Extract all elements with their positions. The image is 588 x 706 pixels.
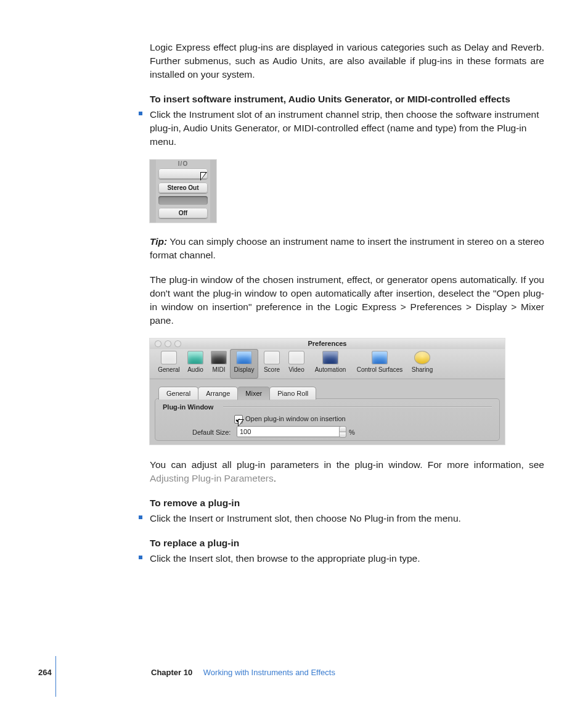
subtab-mixer[interactable]: Mixer	[237, 387, 270, 400]
bullet-text: Click the Insert slot, then browse to th…	[150, 553, 420, 564]
preferences-screenshot: Preferences General Audio MIDI Display S…	[150, 339, 505, 445]
toolbar-control-surfaces[interactable]: Control Surfaces	[353, 351, 406, 374]
intro-paragraph: Logic Express effect plug-ins are displa…	[150, 41, 544, 81]
subtab-piano-roll[interactable]: Piano Roll	[269, 387, 316, 400]
io-gap	[158, 196, 208, 205]
bullet-remove-plugin: Click the Insert or Instrument slot, the…	[150, 512, 544, 525]
tip-label: Tip:	[150, 236, 167, 247]
toolbar-sharing[interactable]: Sharing	[409, 351, 436, 374]
toolbar-score[interactable]: Score	[261, 351, 283, 374]
group-divider	[223, 406, 492, 407]
subtab-arrange[interactable]: Arrange	[198, 387, 238, 400]
plugin-window-paragraph: The plug-in window of the chosen instrum…	[150, 273, 544, 327]
toolbar-video[interactable]: Video	[285, 351, 308, 374]
adjust-params-paragraph: You can adjust all plug-in parameters in…	[150, 458, 544, 485]
prefs-titlebar: Preferences	[150, 339, 505, 350]
prefs-panel: Plug-in Window Open plug-in window on in…	[155, 398, 500, 441]
window-zoom-icon[interactable]	[174, 340, 181, 347]
subtab-general[interactable]: General	[158, 387, 198, 400]
checkbox-label: Open plug-in window on insertion	[245, 414, 346, 424]
page-footer: 264 Chapter 10 Working with Instruments …	[38, 667, 507, 678]
io-header: I/O	[156, 160, 210, 168]
toolbar-display[interactable]: Display	[230, 349, 258, 379]
bullet-text: Click the Instrument slot of an instrume…	[150, 109, 539, 147]
prefs-toolbar: General Audio MIDI Display Score Video A…	[150, 349, 505, 379]
window-close-icon[interactable]	[155, 340, 161, 347]
page-content: Logic Express effect plug-ins are displa…	[150, 41, 544, 577]
heading-insert-instrument: To insert software instrument, Audio Uni…	[150, 92, 544, 106]
toolbar-general[interactable]: General	[156, 351, 182, 374]
bullet-icon	[139, 515, 142, 519]
bullet-icon	[139, 112, 142, 115]
io-strip-screenshot: I/O Stereo Out Off	[150, 160, 216, 223]
page-number: 264	[38, 668, 52, 677]
bullet-insert-instrument: Click the Instrument slot of an instrume…	[150, 108, 544, 149]
chapter-title: Working with Instruments and Effects	[203, 668, 335, 677]
default-size-label: Default Size:	[192, 428, 231, 438]
bullet-icon	[139, 556, 142, 559]
prefs-subtabs: General Arrange Mixer Piano Roll	[158, 386, 316, 398]
heading-remove-plugin: To remove a plug-in	[150, 496, 544, 510]
toolbar-audio[interactable]: Audio	[184, 351, 206, 374]
window-minimize-icon[interactable]	[165, 340, 171, 347]
bullet-replace-plugin: Click the Insert slot, then browse to th…	[150, 552, 544, 565]
prefs-title: Preferences	[308, 340, 347, 347]
default-size-field[interactable]: 100	[237, 426, 344, 437]
io-output-slot[interactable]: Stereo Out	[158, 183, 208, 193]
tip-text: You can simply choose an instrument name…	[150, 236, 544, 260]
tip-paragraph: Tip: You can simply choose an instrument…	[150, 235, 544, 262]
default-size-stepper[interactable]	[339, 426, 345, 437]
bullet-text: Click the Insert or Instrument slot, the…	[150, 513, 461, 523]
io-instrument-slot[interactable]	[158, 168, 208, 179]
link-adjusting-parameters[interactable]: Adjusting Plug-in Parameters	[150, 473, 274, 483]
percent-label: %	[349, 428, 355, 438]
toolbar-midi[interactable]: MIDI	[209, 351, 229, 374]
heading-replace-plugin: To replace a plug-in	[150, 536, 544, 550]
group-plugin-window: Plug-in Window	[163, 403, 213, 413]
io-off-button[interactable]: Off	[158, 208, 208, 218]
footer-rule	[55, 656, 56, 697]
toolbar-automation[interactable]: Automation	[311, 351, 349, 374]
chapter-label: Chapter 10	[151, 668, 192, 677]
